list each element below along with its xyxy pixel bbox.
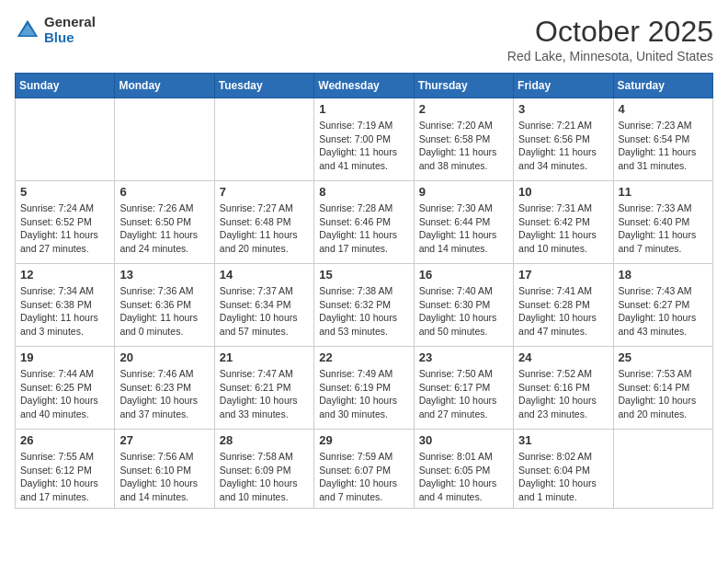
day-info: Sunrise: 7:55 AM Sunset: 6:12 PM Dayligh… — [20, 450, 109, 504]
day-info: Sunrise: 7:28 AM Sunset: 6:46 PM Dayligh… — [319, 201, 408, 256]
logo-blue-text: Blue — [44, 30, 96, 46]
calendar-cell: 29Sunrise: 7:59 AM Sunset: 6:07 PM Dayli… — [314, 430, 414, 509]
calendar-week-row: 5Sunrise: 7:24 AM Sunset: 6:52 PM Daylig… — [16, 181, 713, 264]
page-header: General Blue October 2025 Red Lake, Minn… — [15, 15, 713, 63]
calendar-day-header: Sunday — [16, 74, 115, 98]
calendar-cell: 12Sunrise: 7:34 AM Sunset: 6:38 PM Dayli… — [16, 264, 115, 347]
calendar-cell: 7Sunrise: 7:27 AM Sunset: 6:48 PM Daylig… — [214, 181, 313, 264]
day-number: 19 — [20, 350, 109, 364]
day-info: Sunrise: 7:47 AM Sunset: 6:21 PM Dayligh… — [220, 367, 309, 421]
calendar-cell: 17Sunrise: 7:41 AM Sunset: 6:28 PM Dayli… — [514, 264, 613, 347]
day-info: Sunrise: 7:44 AM Sunset: 6:25 PM Dayligh… — [20, 367, 109, 421]
day-info: Sunrise: 7:34 AM Sunset: 6:38 PM Dayligh… — [20, 284, 109, 339]
title-block: October 2025 Red Lake, Minnesota, United… — [507, 15, 713, 63]
calendar-cell: 14Sunrise: 7:37 AM Sunset: 6:34 PM Dayli… — [214, 264, 313, 347]
day-number: 2 — [419, 102, 508, 116]
calendar-day-header: Wednesday — [314, 74, 414, 98]
day-number: 30 — [419, 433, 508, 447]
day-number: 24 — [518, 350, 608, 364]
day-number: 14 — [220, 268, 309, 282]
day-number: 5 — [20, 185, 109, 199]
day-info: Sunrise: 7:58 AM Sunset: 6:09 PM Dayligh… — [220, 450, 309, 504]
day-number: 20 — [119, 350, 209, 364]
day-info: Sunrise: 7:50 AM Sunset: 6:17 PM Dayligh… — [419, 367, 508, 421]
calendar-cell: 5Sunrise: 7:24 AM Sunset: 6:52 PM Daylig… — [16, 181, 115, 264]
calendar-cell: 22Sunrise: 7:49 AM Sunset: 6:19 PM Dayli… — [314, 347, 414, 430]
calendar-cell — [613, 430, 712, 509]
calendar-cell: 13Sunrise: 7:36 AM Sunset: 6:36 PM Dayli… — [115, 264, 214, 347]
calendar-cell: 15Sunrise: 7:38 AM Sunset: 6:32 PM Dayli… — [314, 264, 414, 347]
day-number: 7 — [220, 185, 309, 199]
calendar-cell: 25Sunrise: 7:53 AM Sunset: 6:14 PM Dayli… — [613, 347, 712, 430]
calendar-cell: 26Sunrise: 7:55 AM Sunset: 6:12 PM Dayli… — [16, 430, 115, 509]
logo-general-text: General — [44, 15, 96, 30]
calendar-day-header: Saturday — [613, 74, 712, 98]
day-number: 9 — [419, 185, 508, 199]
day-info: Sunrise: 8:02 AM Sunset: 6:04 PM Dayligh… — [518, 450, 608, 504]
day-number: 27 — [119, 433, 209, 447]
day-info: Sunrise: 8:01 AM Sunset: 6:05 PM Dayligh… — [419, 450, 508, 504]
calendar-cell: 9Sunrise: 7:30 AM Sunset: 6:44 PM Daylig… — [414, 181, 513, 264]
calendar-cell: 24Sunrise: 7:52 AM Sunset: 6:16 PM Dayli… — [514, 347, 613, 430]
day-info: Sunrise: 7:26 AM Sunset: 6:50 PM Dayligh… — [119, 201, 209, 256]
day-number: 6 — [119, 185, 209, 199]
day-info: Sunrise: 7:24 AM Sunset: 6:52 PM Dayligh… — [20, 201, 109, 256]
calendar-cell: 4Sunrise: 7:23 AM Sunset: 6:54 PM Daylig… — [613, 98, 712, 181]
day-info: Sunrise: 7:30 AM Sunset: 6:44 PM Dayligh… — [419, 201, 508, 256]
calendar-cell: 6Sunrise: 7:26 AM Sunset: 6:50 PM Daylig… — [115, 181, 214, 264]
calendar-day-header: Friday — [514, 74, 613, 98]
calendar-cell: 21Sunrise: 7:47 AM Sunset: 6:21 PM Dayli… — [214, 347, 313, 430]
day-number: 23 — [419, 350, 508, 364]
day-info: Sunrise: 7:20 AM Sunset: 6:58 PM Dayligh… — [419, 119, 508, 173]
day-number: 15 — [319, 268, 408, 282]
day-number: 17 — [518, 268, 608, 282]
calendar-week-row: 26Sunrise: 7:55 AM Sunset: 6:12 PM Dayli… — [16, 430, 713, 509]
calendar-day-header: Thursday — [414, 74, 513, 98]
day-info: Sunrise: 7:56 AM Sunset: 6:10 PM Dayligh… — [119, 450, 209, 504]
day-info: Sunrise: 7:31 AM Sunset: 6:42 PM Dayligh… — [518, 201, 608, 256]
day-number: 29 — [319, 433, 408, 447]
calendar-cell — [115, 98, 214, 181]
calendar-day-header: Tuesday — [214, 74, 313, 98]
calendar-week-row: 19Sunrise: 7:44 AM Sunset: 6:25 PM Dayli… — [16, 347, 713, 430]
day-number: 28 — [220, 433, 309, 447]
day-info: Sunrise: 7:46 AM Sunset: 6:23 PM Dayligh… — [119, 367, 209, 421]
day-info: Sunrise: 7:37 AM Sunset: 6:34 PM Dayligh… — [220, 284, 309, 339]
logo-icon — [15, 17, 40, 43]
day-number: 22 — [319, 350, 408, 364]
calendar-cell: 27Sunrise: 7:56 AM Sunset: 6:10 PM Dayli… — [115, 430, 214, 509]
day-info: Sunrise: 7:43 AM Sunset: 6:27 PM Dayligh… — [619, 284, 708, 339]
day-info: Sunrise: 7:36 AM Sunset: 6:36 PM Dayligh… — [119, 284, 209, 339]
calendar-week-row: 1Sunrise: 7:19 AM Sunset: 7:00 PM Daylig… — [16, 98, 713, 181]
calendar-week-row: 12Sunrise: 7:34 AM Sunset: 6:38 PM Dayli… — [16, 264, 713, 347]
day-number: 12 — [20, 268, 109, 282]
calendar-cell: 11Sunrise: 7:33 AM Sunset: 6:40 PM Dayli… — [613, 181, 712, 264]
logo-text: General Blue — [44, 15, 96, 45]
logo: General Blue — [15, 15, 96, 45]
calendar-cell: 10Sunrise: 7:31 AM Sunset: 6:42 PM Dayli… — [514, 181, 613, 264]
day-number: 10 — [518, 185, 608, 199]
day-number: 11 — [619, 185, 708, 199]
calendar-cell: 23Sunrise: 7:50 AM Sunset: 6:17 PM Dayli… — [414, 347, 513, 430]
day-info: Sunrise: 7:38 AM Sunset: 6:32 PM Dayligh… — [319, 284, 408, 339]
day-number: 13 — [119, 268, 209, 282]
day-number: 31 — [518, 433, 608, 447]
calendar-cell — [16, 98, 115, 181]
calendar-cell — [214, 98, 313, 181]
day-number: 25 — [619, 350, 708, 364]
calendar-cell: 16Sunrise: 7:40 AM Sunset: 6:30 PM Dayli… — [414, 264, 513, 347]
location-subtitle: Red Lake, Minnesota, United States — [507, 49, 713, 63]
calendar-cell: 28Sunrise: 7:58 AM Sunset: 6:09 PM Dayli… — [214, 430, 313, 509]
day-number: 26 — [20, 433, 109, 447]
day-number: 21 — [220, 350, 309, 364]
calendar-cell: 3Sunrise: 7:21 AM Sunset: 6:56 PM Daylig… — [514, 98, 613, 181]
day-number: 3 — [518, 102, 608, 116]
day-number: 16 — [419, 268, 508, 282]
calendar-cell: 8Sunrise: 7:28 AM Sunset: 6:46 PM Daylig… — [314, 181, 414, 264]
day-info: Sunrise: 7:21 AM Sunset: 6:56 PM Dayligh… — [518, 119, 608, 173]
day-info: Sunrise: 7:52 AM Sunset: 6:16 PM Dayligh… — [518, 367, 608, 421]
calendar-cell: 30Sunrise: 8:01 AM Sunset: 6:05 PM Dayli… — [414, 430, 513, 509]
day-info: Sunrise: 7:19 AM Sunset: 7:00 PM Dayligh… — [319, 119, 408, 173]
day-info: Sunrise: 7:27 AM Sunset: 6:48 PM Dayligh… — [220, 201, 309, 256]
calendar-cell: 2Sunrise: 7:20 AM Sunset: 6:58 PM Daylig… — [414, 98, 513, 181]
